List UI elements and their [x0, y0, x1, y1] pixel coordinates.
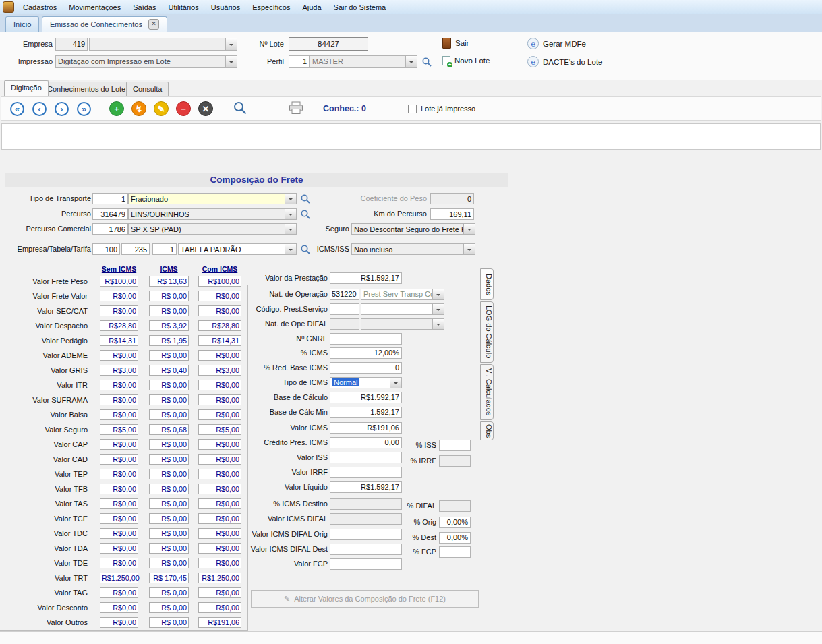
valores-com-icms-field[interactable]: R$5,00 [198, 424, 241, 435]
valores-com-icms-field[interactable]: R$0,00 [198, 305, 241, 316]
nat-ope-difal-combo[interactable] [361, 318, 444, 330]
sidetab-log-do-calculo[interactable]: LOG do Cálculo [480, 301, 494, 363]
valores-com-icms-field[interactable]: R$0,00 [198, 291, 241, 301]
valor-prestacao-field[interactable]: R$1.592,17 [330, 272, 402, 284]
ett-tabela-field[interactable]: 235 [121, 243, 150, 255]
valores-icms-field[interactable]: R$ 0,00 [149, 291, 189, 301]
valores-com-icms-field[interactable]: R$0,00 [198, 587, 241, 598]
valores-com-icms-field[interactable]: R$0,00 [198, 558, 241, 568]
coeficiente-peso-field[interactable]: 0 [430, 193, 474, 204]
valores-icms-field[interactable]: R$ 0,00 [149, 617, 189, 628]
codigo-prest-servico-combo[interactable] [361, 303, 444, 315]
valores-sem-icms-field[interactable]: R$0,00 [100, 291, 138, 301]
menu-saidas[interactable]: Saídas [127, 1, 162, 14]
valores-sem-icms-field[interactable]: R$0,00 [100, 380, 138, 390]
tab-inicio[interactable]: Início [5, 16, 39, 32]
valor-icms-field[interactable]: R$191,06 [330, 422, 402, 434]
valores-icms-field[interactable]: R$ 0,00 [149, 394, 189, 405]
percurso-comercial-code-field[interactable]: 1786 [92, 223, 128, 235]
percurso-dropdown-icon[interactable] [285, 209, 296, 219]
valores-sem-icms-field[interactable]: R$0,00 [100, 454, 138, 465]
valores-sem-icms-field[interactable]: R$0,00 [100, 439, 138, 450]
impressao-combo[interactable]: Digitação com Impressão em Lote [55, 55, 237, 68]
tipo-transporte-code-field[interactable]: 1 [92, 193, 128, 204]
valores-com-icms-field[interactable]: R$0,00 [198, 543, 241, 554]
nat-operacao-code-field[interactable]: 531220 [330, 289, 359, 300]
previous-record-icon[interactable]: ‹ [32, 102, 47, 116]
perc-icms-field[interactable]: 12,00% [330, 347, 402, 359]
valores-icms-field[interactable]: R$ 0,00 [149, 528, 189, 539]
km-percurso-field[interactable]: 169,11 [430, 208, 474, 220]
perfil-dropdown-icon[interactable] [405, 56, 417, 67]
valor-irrf-field[interactable] [330, 467, 402, 478]
sidetab-vl-calculados[interactable]: Vl. Calculados [480, 364, 494, 420]
percurso-combo[interactable]: LINS/OURINHOS [128, 208, 297, 220]
ett-tabela-combo[interactable]: TABELA PADRÃO [178, 243, 297, 255]
lote-impresso-checkbox[interactable] [408, 105, 417, 113]
menu-utilitarios[interactable]: Utilitários [162, 1, 204, 14]
valores-com-icms-field[interactable]: R$1.250,00 [198, 573, 241, 583]
print-icon[interactable] [288, 101, 304, 116]
empresa-dropdown-icon[interactable] [225, 38, 237, 50]
valores-icms-field[interactable]: R$ 1,95 [149, 335, 189, 346]
valores-icms-field[interactable]: R$ 0,00 [149, 350, 189, 361]
valores-sem-icms-field[interactable]: R$3,00 [100, 365, 138, 376]
nat-operacao-combo[interactable]: Prest Serv Transp Co [361, 289, 444, 300]
icms-iss-combo[interactable]: Não incluso [351, 243, 475, 255]
valores-com-icms-field[interactable]: R$0,00 [198, 513, 241, 524]
percurso-comercial-dropdown-icon[interactable] [285, 224, 296, 234]
menu-usuarios[interactable]: Usuários [205, 1, 246, 14]
valores-icms-field[interactable]: R$ 170,45 [149, 573, 189, 583]
valores-icms-field[interactable]: R$ 0,00 [149, 439, 189, 450]
codigo-prest-servico-code-field[interactable] [330, 303, 359, 315]
tipo-icms-dropdown-icon[interactable] [390, 378, 401, 388]
menu-sair-do-sistema[interactable]: Sair do Sistema [328, 1, 392, 14]
valores-sem-icms-field[interactable]: R$5,00 [100, 424, 138, 435]
seguro-dropdown-icon[interactable] [463, 224, 475, 234]
valores-com-icms-field[interactable]: R$0,00 [198, 350, 241, 361]
valores-icms-field[interactable]: R$ 0,40 [149, 365, 189, 376]
perc-orig-field[interactable]: 0,00% [439, 517, 471, 528]
valores-com-icms-field[interactable]: R$3,00 [198, 365, 241, 376]
valores-com-icms-field[interactable]: R$0,00 [198, 498, 241, 509]
perc-difal-field[interactable] [439, 500, 471, 512]
valores-com-icms-field[interactable]: R$28,80 [198, 320, 241, 331]
perc-red-base-icms-field[interactable]: 0 [330, 362, 402, 374]
valores-com-icms-field[interactable]: R$0,00 [198, 439, 241, 450]
edit-record-icon[interactable]: ✎ [154, 101, 169, 116]
novo-lote-button[interactable]: + Novo Lote [442, 56, 490, 65]
valores-sem-icms-field[interactable]: R$0,00 [100, 587, 138, 598]
empresa-combo[interactable] [89, 38, 237, 51]
valores-sem-icms-field[interactable]: R$28,80 [100, 320, 138, 331]
perfil-search-icon[interactable] [421, 57, 432, 67]
valores-com-icms-field[interactable]: R$0,00 [198, 454, 241, 465]
close-tab-icon[interactable]: ✕ [148, 19, 159, 30]
next-record-icon[interactable]: › [55, 102, 69, 116]
valores-sem-icms-field[interactable]: R$0,00 [100, 513, 138, 524]
valores-icms-field[interactable]: R$ 0,00 [149, 380, 189, 390]
menu-movimentacoes[interactable]: Movimentações [63, 1, 127, 14]
valores-icms-field[interactable]: R$ 13,63 [149, 276, 189, 287]
nat-ope-difal-dropdown-icon[interactable] [432, 319, 444, 329]
valores-sem-icms-field[interactable]: R$0,00 [100, 558, 138, 568]
valores-sem-icms-field[interactable]: R$0,00 [100, 484, 138, 494]
valores-icms-field[interactable]: R$ 0,00 [149, 543, 189, 554]
perc-iss-field[interactable] [439, 440, 471, 451]
valores-sem-icms-field[interactable]: R$0,00 [100, 394, 138, 405]
valores-com-icms-field[interactable]: R$0,00 [198, 380, 241, 390]
gnre-field[interactable] [330, 333, 402, 345]
nat-ope-difal-code-field[interactable] [330, 318, 359, 330]
perc-dest-field[interactable]: 0,00% [439, 532, 471, 544]
valores-com-icms-field[interactable]: R$14,31 [198, 335, 241, 346]
dacte-lote-button[interactable]: ℮ DACTE's do Lote [527, 56, 603, 67]
base-calc-min-field[interactable]: 1.592,17 [330, 407, 402, 418]
valores-icms-field[interactable]: R$ 0,00 [149, 454, 189, 465]
impressao-dropdown-icon[interactable] [225, 56, 237, 67]
sair-button[interactable]: Sair [442, 38, 469, 49]
sidetab-obs[interactable]: Obs [480, 421, 494, 440]
perc-irrf-field[interactable] [439, 455, 471, 467]
valores-icms-field[interactable]: R$ 0,00 [149, 587, 189, 598]
valores-icms-field[interactable]: R$ 0,00 [149, 469, 189, 479]
valores-com-icms-field[interactable]: R$0,00 [198, 528, 241, 539]
valores-sem-icms-field[interactable]: R$0,00 [100, 305, 138, 316]
